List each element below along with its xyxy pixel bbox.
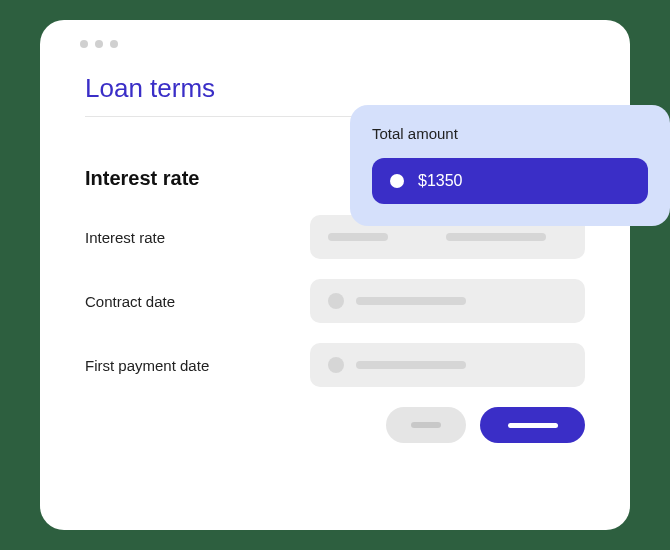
label-contract-date: Contract date	[85, 293, 310, 310]
total-amount-display: $1350	[372, 158, 648, 204]
window-controls	[80, 40, 585, 48]
radio-dot-icon	[390, 174, 404, 188]
input-contract-date[interactable]	[310, 279, 585, 323]
app-window: Loan terms Total amount $1350 Interest r…	[40, 20, 630, 530]
maximize-icon[interactable]	[110, 40, 118, 48]
cancel-button[interactable]	[386, 407, 466, 443]
form-row-contract-date: Contract date	[85, 279, 585, 323]
close-icon[interactable]	[80, 40, 88, 48]
button-row	[85, 407, 585, 443]
form-row-first-payment-date: First payment date	[85, 343, 585, 387]
divider	[85, 116, 365, 117]
placeholder-icon	[446, 233, 546, 241]
placeholder-icon	[356, 361, 466, 369]
date-icon	[328, 293, 344, 309]
minimize-icon[interactable]	[95, 40, 103, 48]
button-label-placeholder	[508, 423, 558, 428]
submit-button[interactable]	[480, 407, 585, 443]
date-icon	[328, 357, 344, 373]
placeholder-icon	[328, 233, 388, 241]
page-title: Loan terms	[85, 73, 585, 104]
placeholder-icon	[356, 297, 466, 305]
total-amount-label: Total amount	[372, 125, 648, 142]
total-amount-card: Total amount $1350	[350, 105, 670, 226]
input-first-payment-date[interactable]	[310, 343, 585, 387]
label-interest-rate: Interest rate	[85, 229, 310, 246]
button-label-placeholder	[411, 422, 441, 428]
label-first-payment-date: First payment date	[85, 357, 310, 374]
total-amount-value: $1350	[418, 172, 463, 190]
